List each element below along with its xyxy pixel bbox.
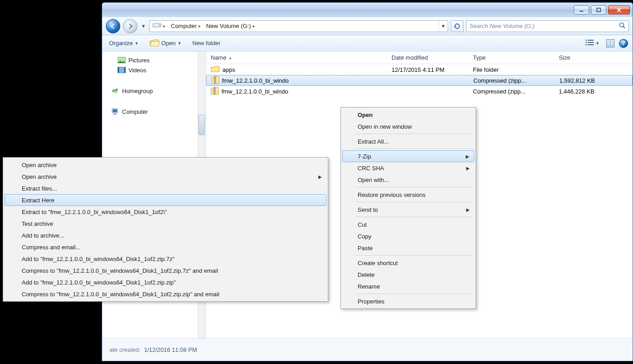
svg-rect-25 — [113, 110, 117, 112]
svg-rect-26 — [113, 113, 116, 114]
menu-item[interactable]: CRC SHA▶ — [342, 162, 474, 174]
crumb-root[interactable]: ▸ — [150, 21, 168, 32]
menu-item[interactable]: Add to archive... — [5, 229, 326, 241]
menu-separator — [356, 134, 473, 134]
file-name: fmw_12.2.1.0.0_bi_windo — [222, 77, 288, 84]
address-bar[interactable]: ▸ Computer▸ New Volume (G:)▸ ▾ — [149, 20, 448, 32]
svg-rect-28 — [214, 76, 216, 84]
file-row[interactable]: apps12/17/2015 4:11 PMFile folder — [206, 64, 633, 75]
menu-item[interactable]: Send to▶ — [342, 204, 474, 215]
address-dropdown[interactable]: ▾ — [439, 21, 448, 32]
file-name: apps — [222, 66, 235, 73]
svg-rect-33 — [214, 87, 215, 94]
maximize-button[interactable] — [591, 5, 606, 14]
title-bar — [102, 3, 633, 17]
minimize-button[interactable] — [574, 5, 589, 14]
file-size: 1,446,228 KB — [554, 88, 633, 95]
close-button[interactable] — [608, 5, 630, 14]
menu-item[interactable]: Open in new window — [342, 121, 474, 132]
refresh-button[interactable] — [451, 20, 463, 32]
menu-item[interactable]: Rename — [342, 280, 474, 292]
computer-icon — [111, 108, 119, 115]
svg-point-6 — [620, 23, 624, 27]
menu-item[interactable]: 7-Zip▶ — [342, 150, 474, 162]
menu-separator — [356, 187, 473, 187]
crumb-volume[interactable]: New Volume (G:)▸ — [203, 21, 258, 32]
svg-point-21 — [112, 89, 115, 92]
search-box[interactable]: Search New Volume (G:) — [466, 20, 629, 32]
back-button[interactable] — [106, 19, 120, 33]
open-button[interactable]: Open ▼ — [147, 37, 184, 49]
menu-separator — [356, 294, 473, 294]
menu-item[interactable]: Delete — [342, 269, 474, 280]
open-icon — [150, 38, 160, 48]
help-button[interactable]: ? — [619, 39, 628, 48]
view-icon — [586, 39, 594, 47]
svg-rect-10 — [586, 42, 587, 43]
menu-item[interactable]: Extract files... — [5, 182, 326, 194]
menu-separator — [356, 217, 473, 217]
pictures-icon — [118, 56, 126, 64]
menu-item[interactable]: Restore previous versions — [342, 189, 474, 201]
menu-item[interactable]: Extract Here — [5, 194, 326, 206]
svg-rect-13 — [588, 44, 594, 45]
details-pane: ate created: 1/12/2016 11:08 PM — [102, 338, 633, 361]
svg-point-17 — [119, 58, 121, 60]
file-type: Compressed (zipp... — [468, 88, 554, 95]
svg-point-5 — [159, 25, 161, 26]
organize-menu[interactable]: Organize ▼ — [107, 38, 141, 48]
col-name[interactable]: Name▴ — [206, 54, 387, 61]
svg-rect-12 — [586, 44, 587, 45]
svg-rect-20 — [124, 67, 125, 73]
menu-item[interactable]: Compress to "fmw_12.2.1.0.0_bi_windows64… — [5, 265, 326, 276]
preview-pane-button[interactable] — [606, 39, 614, 47]
menu-item[interactable]: Paste — [342, 242, 474, 254]
crumb-computer[interactable]: Computer▸ — [168, 21, 203, 32]
nav-row: ▾ ▸ Computer▸ New Volume (G:)▸ ▾ Search … — [102, 17, 633, 35]
file-row[interactable]: fmw_12.2.1.0.0_bi_windoCompressed (zipp.… — [206, 86, 633, 97]
submenu-arrow-icon: ▶ — [318, 174, 322, 179]
sidebar-item-videos[interactable]: Videos — [118, 65, 204, 75]
file-row[interactable]: fmw_12.2.1.0.0_bi_windoCompressed (zipp.… — [206, 75, 633, 86]
file-type: File folder — [468, 66, 554, 73]
menu-item[interactable]: Properties — [342, 295, 474, 307]
menu-item[interactable]: Add to "fmw_12.2.1.0.0_bi_windows64_Disk… — [5, 253, 326, 265]
svg-rect-11 — [588, 42, 594, 43]
view-options[interactable]: ▼ — [583, 38, 602, 48]
menu-item[interactable]: Open with... — [342, 174, 474, 186]
sidebar-item-homegroup[interactable]: Homegroup — [111, 86, 204, 96]
menu-item[interactable]: Create shortcut — [342, 257, 474, 269]
menu-item[interactable]: Test archive — [5, 218, 326, 229]
col-size[interactable]: Size — [554, 54, 633, 61]
videos-icon — [118, 66, 126, 74]
new-folder-button[interactable]: New folder — [190, 38, 222, 48]
menu-item[interactable]: Open — [342, 109, 474, 121]
col-type[interactable]: Type — [468, 54, 554, 61]
menu-item[interactable]: Open archive — [5, 159, 326, 171]
menu-item[interactable]: Add to "fmw_12.2.1.0.0_bi_windows64_Disk… — [5, 276, 326, 288]
context-menu: OpenOpen in new windowExtract All...7-Zi… — [340, 107, 476, 309]
menu-item[interactable]: Compress to "fmw_12.2.1.0.0_bi_windows64… — [5, 288, 326, 300]
sidebar-item-pictures[interactable]: Pictures — [118, 55, 204, 65]
menu-item[interactable]: Extract to "fmw_12.2.1.0.0_bi_windows64_… — [5, 206, 326, 218]
svg-rect-9 — [588, 40, 594, 41]
file-type: Compressed (zipp... — [469, 77, 555, 84]
svg-point-23 — [115, 91, 117, 93]
menu-item[interactable]: Extract All... — [342, 135, 474, 147]
search-icon — [619, 22, 626, 30]
menu-item[interactable]: Copy — [342, 230, 474, 242]
details-label: ate created: — [109, 346, 141, 353]
menu-item[interactable]: Open archive▶ — [5, 171, 326, 182]
forward-button[interactable] — [123, 19, 137, 33]
menu-separator — [356, 149, 473, 149]
search-placeholder: Search New Volume (G:) — [469, 23, 534, 29]
toolbar: Organize ▼ Open ▼ New folder ▼ ? — [102, 35, 633, 51]
nav-history-dropdown[interactable]: ▾ — [140, 19, 146, 33]
sidebar-item-computer[interactable]: Computer — [111, 107, 204, 117]
zip-icon — [211, 86, 219, 97]
col-date[interactable]: Date modified — [387, 54, 468, 61]
zip-icon — [211, 75, 219, 86]
menu-item[interactable]: Compress and email... — [5, 241, 326, 253]
scrollbar-thumb[interactable] — [198, 115, 205, 135]
menu-item[interactable]: Cut — [342, 219, 474, 230]
